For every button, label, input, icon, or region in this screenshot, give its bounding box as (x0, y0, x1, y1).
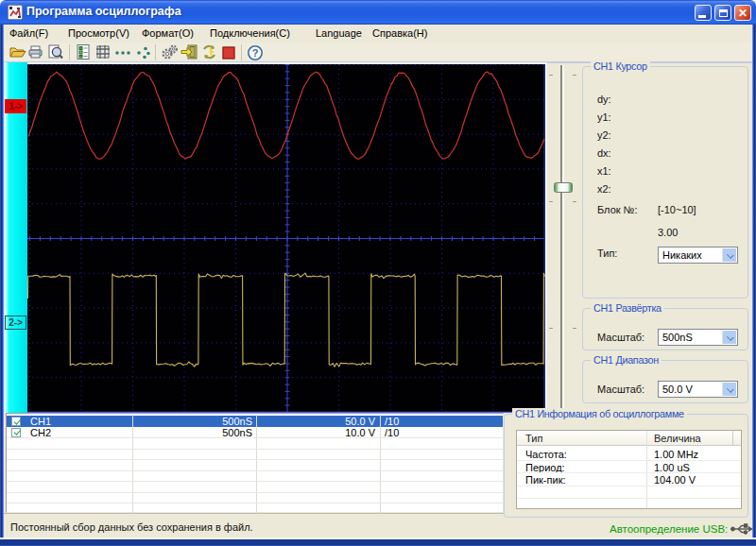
svg-text:?: ? (252, 47, 259, 59)
